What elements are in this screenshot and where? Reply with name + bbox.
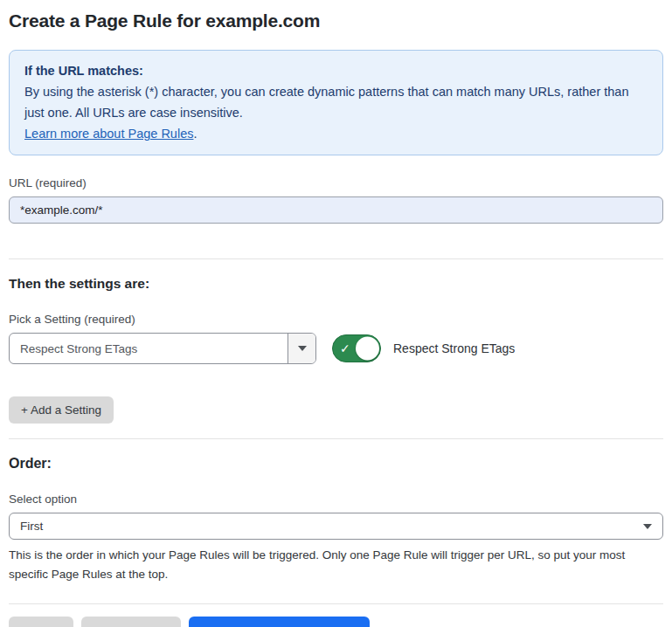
order-select[interactable]: First bbox=[9, 513, 663, 540]
setting-select-value: Respect Strong ETags bbox=[10, 334, 288, 363]
form-actions: Cancel Save as Draft Save and Deploy Pag… bbox=[9, 617, 663, 627]
chevron-down-icon bbox=[298, 346, 307, 351]
settings-section-heading: Then the settings are: bbox=[9, 276, 663, 292]
setting-toggle[interactable]: ✓ bbox=[332, 334, 381, 362]
save-draft-button[interactable]: Save as Draft bbox=[81, 617, 181, 627]
learn-more-link[interactable]: Learn more about Page Rules bbox=[24, 127, 193, 141]
create-page-rule-form: Create a Page Rule for example.com If th… bbox=[0, 0, 672, 627]
info-box-body: By using the asterisk (*) character, you… bbox=[24, 81, 648, 123]
pick-setting-label: Pick a Setting (required) bbox=[9, 313, 663, 326]
link-period: . bbox=[193, 127, 197, 141]
check-icon: ✓ bbox=[340, 342, 350, 355]
url-field-label: URL (required) bbox=[9, 176, 663, 189]
order-help-text: This is the order in which your Page Rul… bbox=[9, 546, 660, 584]
order-select-label: Select option bbox=[9, 493, 663, 506]
save-deploy-button[interactable]: Save and Deploy Page Rule bbox=[189, 617, 371, 627]
setting-row: Respect Strong ETags ✓ Respect Strong ET… bbox=[9, 333, 663, 364]
cancel-button[interactable]: Cancel bbox=[9, 617, 73, 627]
info-box-link-line: Learn more about Page Rules. bbox=[24, 123, 648, 144]
url-match-info-box: If the URL matches: By using the asteris… bbox=[9, 50, 663, 155]
order-section-heading: Order: bbox=[9, 456, 663, 472]
actions-divider bbox=[9, 603, 663, 604]
order-select-value: First bbox=[20, 520, 43, 533]
toggle-knob bbox=[356, 337, 379, 361]
chevron-down-icon bbox=[643, 524, 652, 529]
setting-select-arrow-button[interactable] bbox=[288, 334, 315, 363]
info-box-heading: If the URL matches: bbox=[24, 60, 648, 81]
setting-select[interactable]: Respect Strong ETags bbox=[9, 333, 316, 364]
add-setting-button[interactable]: + Add a Setting bbox=[9, 396, 114, 424]
section-divider bbox=[9, 258, 663, 259]
url-input[interactable] bbox=[9, 196, 663, 224]
page-title: Create a Page Rule for example.com bbox=[9, 10, 663, 31]
section-divider bbox=[9, 438, 663, 439]
setting-toggle-label: Respect Strong ETags bbox=[393, 341, 515, 355]
